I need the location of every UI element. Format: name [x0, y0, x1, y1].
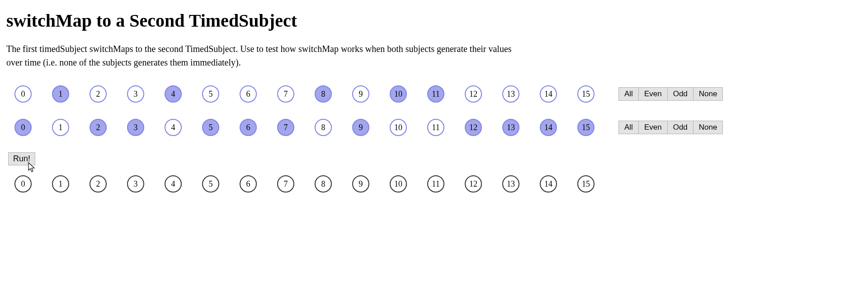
filter-buttons-2: All Even Odd None: [618, 121, 723, 134]
run-button[interactable]: Run!: [8, 152, 35, 165]
bubble-item[interactable]: 11: [427, 85, 444, 103]
bubble-item[interactable]: 13: [502, 85, 519, 103]
output-bubble: 15: [577, 175, 594, 192]
bubble-item[interactable]: 4: [165, 119, 182, 136]
bubble-item[interactable]: 6: [240, 85, 257, 103]
subject-row-1: 0 1 2 3 4 5 6 7 8 9 10 11 12 13 14 15 Al…: [6, 85, 862, 103]
bubble-item[interactable]: 12: [465, 119, 482, 136]
output-bubble: 0: [14, 175, 32, 192]
bubble-item[interactable]: 0: [14, 85, 32, 103]
page-description: The first timedSubject switchMaps to the…: [6, 42, 522, 69]
bubble-item[interactable]: 7: [277, 119, 294, 136]
bubble-item[interactable]: 3: [127, 119, 144, 136]
odd-button[interactable]: Odd: [668, 87, 693, 101]
bubble-item[interactable]: 14: [540, 119, 557, 136]
output-bubble: 10: [390, 175, 407, 192]
output-bubble: 7: [277, 175, 294, 192]
bubble-item[interactable]: 9: [352, 85, 369, 103]
bubble-item[interactable]: 8: [315, 119, 332, 136]
bubble-item[interactable]: 3: [127, 85, 144, 103]
all-button[interactable]: All: [618, 87, 639, 101]
output-bubble: 6: [240, 175, 257, 192]
page-title: switchMap to a Second TimedSubject: [6, 10, 862, 31]
bubble-item[interactable]: 12: [465, 85, 482, 103]
bubble-item[interactable]: 15: [577, 85, 594, 103]
output-bubble: 12: [465, 175, 482, 192]
bubble-item[interactable]: 2: [90, 119, 107, 136]
output-bubble: 1: [52, 175, 69, 192]
bubble-item[interactable]: 5: [202, 85, 219, 103]
bubble-item[interactable]: 1: [52, 119, 69, 136]
bubble-item[interactable]: 10: [390, 85, 407, 103]
output-row: 0 1 2 3 4 5 6 7 8 9 10 11 12 13 14 15: [6, 175, 862, 192]
bubble-group-1: 0 1 2 3 4 5 6 7 8 9 10 11 12 13 14 15: [6, 85, 594, 103]
output-bubble: 3: [127, 175, 144, 192]
bubble-group-2: 0 1 2 3 4 5 6 7 8 9 10 11 12 13 14 15: [6, 119, 594, 136]
none-button[interactable]: None: [693, 121, 723, 134]
even-button[interactable]: Even: [639, 87, 668, 101]
bubble-item[interactable]: 7: [277, 85, 294, 103]
filter-buttons-1: All Even Odd None: [618, 87, 723, 101]
output-bubble: 4: [165, 175, 182, 192]
output-bubble: 11: [427, 175, 444, 192]
bubble-item[interactable]: 14: [540, 85, 557, 103]
output-bubble: 5: [202, 175, 219, 192]
bubble-item[interactable]: 9: [352, 119, 369, 136]
subject-row-2: 0 1 2 3 4 5 6 7 8 9 10 11 12 13 14 15 Al…: [6, 119, 862, 136]
all-button[interactable]: All: [618, 121, 639, 134]
bubble-item[interactable]: 5: [202, 119, 219, 136]
output-bubble: 13: [502, 175, 519, 192]
none-button[interactable]: None: [693, 87, 723, 101]
bubble-item[interactable]: 4: [165, 85, 182, 103]
output-bubble: 14: [540, 175, 557, 192]
bubble-item[interactable]: 15: [577, 119, 594, 136]
output-bubble: 2: [90, 175, 107, 192]
bubble-item[interactable]: 0: [14, 119, 32, 136]
bubble-item[interactable]: 10: [390, 119, 407, 136]
bubble-item[interactable]: 11: [427, 119, 444, 136]
bubble-item[interactable]: 2: [90, 85, 107, 103]
output-bubble: 8: [315, 175, 332, 192]
bubble-item[interactable]: 13: [502, 119, 519, 136]
bubble-item[interactable]: 8: [315, 85, 332, 103]
even-button[interactable]: Even: [639, 121, 668, 134]
output-bubble: 9: [352, 175, 369, 192]
output-bubble-group: 0 1 2 3 4 5 6 7 8 9 10 11 12 13 14 15: [6, 175, 594, 192]
bubble-item[interactable]: 1: [52, 85, 69, 103]
odd-button[interactable]: Odd: [668, 121, 693, 134]
bubble-item[interactable]: 6: [240, 119, 257, 136]
